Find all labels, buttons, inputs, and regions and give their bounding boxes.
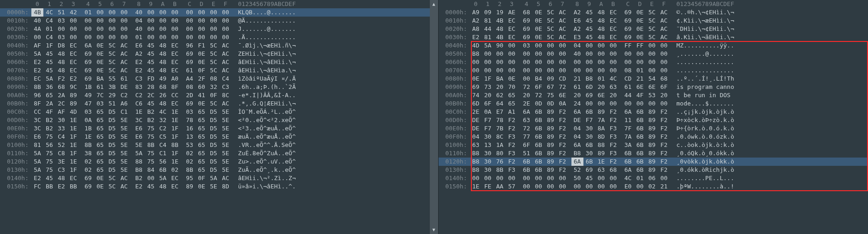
byte[interactable]: E6 bbox=[133, 133, 145, 141]
byte[interactable]: 89 bbox=[67, 91, 79, 99]
byte[interactable]: E3 bbox=[571, 33, 583, 41]
byte[interactable]: 48 bbox=[157, 50, 169, 58]
hex-row[interactable]: 0050h:B8000000000000004000000000000000¸.… bbox=[439, 50, 868, 58]
byte[interactable]: 09 bbox=[545, 75, 557, 83]
scroll-up-icon[interactable]: ▲ bbox=[430, 0, 438, 8]
byte[interactable]: 02 bbox=[82, 158, 94, 166]
byte[interactable]: F1 bbox=[196, 41, 208, 50]
byte[interactable]: 00 bbox=[571, 182, 583, 191]
byte[interactable]: C4 bbox=[43, 17, 55, 25]
byte[interactable]: 00 bbox=[521, 50, 533, 58]
byte[interactable]: 69 bbox=[622, 33, 634, 41]
byte[interactable]: 0A bbox=[82, 116, 94, 124]
byte[interactable]: 64 bbox=[494, 99, 506, 108]
ascii-dump[interactable]: .þªW........à..! bbox=[677, 182, 734, 191]
byte[interactable]: 00 bbox=[157, 17, 169, 25]
byte[interactable]: 7A bbox=[622, 133, 634, 141]
ascii-dump[interactable]: ..º..´.Í!¸.LÍ!Th bbox=[677, 75, 734, 83]
byte[interactable]: 00 bbox=[118, 25, 130, 33]
byte[interactable]: 65 bbox=[94, 141, 106, 149]
byte[interactable]: 3B bbox=[106, 83, 118, 91]
hex-bytes[interactable]: B8000000000000004000000000000000 bbox=[470, 50, 670, 58]
byte[interactable]: 00 bbox=[521, 174, 533, 182]
byte[interactable]: 08 bbox=[622, 66, 634, 75]
byte[interactable]: 88 bbox=[133, 158, 145, 166]
byte[interactable]: 5C bbox=[208, 66, 220, 75]
byte[interactable]: F3 bbox=[506, 149, 518, 158]
ascii-dump[interactable]: Þ÷{òrk.ò.0.ó.k.ò bbox=[677, 124, 734, 133]
ascii-dump[interactable]: æuÄ..eÕ^æuÅ..eÕ^ bbox=[238, 133, 296, 141]
byte[interactable]: AC bbox=[220, 58, 232, 66]
byte[interactable]: 45 bbox=[583, 174, 595, 182]
byte[interactable]: 45 bbox=[145, 182, 157, 191]
hex-row[interactable]: 0100h:63131AF26F6B89F26A6B88F23A6B89F2c.… bbox=[439, 141, 868, 149]
byte[interactable]: 1B bbox=[82, 124, 94, 133]
hex-bytes[interactable]: B8308BF36B6B89F2526963686A6B89F2 bbox=[470, 166, 670, 174]
byte[interactable]: 00 bbox=[208, 25, 220, 33]
byte[interactable]: 5E bbox=[220, 108, 232, 116]
byte[interactable]: 00 bbox=[622, 99, 634, 108]
byte[interactable]: 6A bbox=[571, 141, 583, 149]
byte[interactable]: 45 bbox=[583, 25, 595, 33]
byte[interactable]: 4C bbox=[43, 8, 55, 17]
byte[interactable]: 0F bbox=[196, 174, 208, 182]
byte[interactable]: 20 bbox=[607, 91, 619, 99]
ascii-dump[interactable]: ¯.Øìj.\¬æEHì.ñ\¬ bbox=[238, 41, 296, 50]
byte[interactable]: 8B bbox=[145, 141, 157, 149]
byte[interactable]: 00 bbox=[583, 99, 595, 108]
byte[interactable]: 5C bbox=[106, 174, 118, 182]
byte[interactable]: B8 bbox=[571, 149, 583, 158]
ascii-dump[interactable]: â.Kìi.\¬ãEHìi.\¬ bbox=[677, 33, 734, 41]
byte[interactable]: 00 bbox=[607, 174, 619, 182]
byte[interactable]: 5C bbox=[646, 17, 658, 25]
byte[interactable]: 00 bbox=[521, 66, 533, 75]
byte[interactable]: 89 bbox=[545, 116, 557, 124]
byte[interactable]: E2 bbox=[31, 174, 43, 182]
byte[interactable]: 19 bbox=[494, 8, 506, 17]
byte[interactable]: 00 bbox=[196, 17, 208, 25]
hex-bytes[interactable]: 00C40300000000000100000000000000 bbox=[31, 33, 232, 41]
byte[interactable]: 61 bbox=[622, 83, 634, 91]
left-rows[interactable]: 0000h:4B4C5142010000004000000000000000KL… bbox=[0, 8, 430, 234]
hex-bytes[interactable]: 5A75C31F0265D55EB8846B028B65D55E bbox=[31, 166, 232, 174]
byte[interactable]: 2A bbox=[55, 91, 67, 99]
byte[interactable]: 00 bbox=[622, 50, 634, 58]
byte[interactable]: 4C bbox=[157, 108, 169, 116]
byte[interactable]: 5E bbox=[118, 116, 130, 124]
byte[interactable]: EC bbox=[169, 99, 181, 108]
hex-row[interactable]: 0010h:A2814BEC690E5CACE64548EC690E5CAC¢.… bbox=[439, 17, 868, 25]
byte[interactable]: 00 bbox=[482, 58, 494, 66]
byte[interactable]: 00 bbox=[607, 58, 619, 66]
byte[interactable]: 00 bbox=[106, 25, 118, 33]
byte[interactable]: 00 bbox=[607, 50, 619, 58]
byte[interactable]: 6B bbox=[583, 158, 595, 166]
byte[interactable]: 5E bbox=[118, 158, 130, 166]
byte[interactable]: 89 bbox=[646, 166, 658, 174]
hex-row[interactable]: 0150h:FCBBE2BB690E5CACE24548EC890E5E8Dü»… bbox=[0, 182, 430, 191]
byte[interactable]: F2 bbox=[607, 116, 619, 124]
byte[interactable]: E2 bbox=[133, 58, 145, 66]
byte[interactable]: 00 bbox=[506, 50, 518, 58]
byte[interactable]: F3 bbox=[506, 166, 518, 174]
byte[interactable]: 8A bbox=[595, 124, 607, 133]
byte[interactable]: F3 bbox=[607, 133, 619, 141]
byte[interactable]: 90 bbox=[494, 41, 506, 50]
byte[interactable]: 69 bbox=[521, 17, 533, 25]
ascii-dump[interactable]: ¸0.óQk.ò¸0.ókk.ò bbox=[677, 149, 734, 158]
byte[interactable]: 89 bbox=[595, 108, 607, 116]
byte[interactable]: 32 bbox=[157, 116, 169, 124]
byte[interactable]: 00 bbox=[208, 8, 220, 17]
hex-bytes[interactable]: EC5AF2E269BA5561C3FD49A0A42F08C4 bbox=[31, 75, 232, 83]
byte[interactable]: EC bbox=[31, 75, 43, 83]
byte[interactable]: 69 bbox=[622, 25, 634, 33]
byte[interactable]: 6E bbox=[557, 91, 569, 99]
ascii-dump[interactable]: ZuÈ.8eÕ^ZuÁ..eÕ^ bbox=[238, 149, 296, 158]
byte[interactable]: F2 bbox=[506, 116, 518, 124]
byte[interactable]: 00 bbox=[118, 8, 130, 17]
byte[interactable]: AA bbox=[494, 182, 506, 191]
byte[interactable]: 03 bbox=[184, 108, 196, 116]
ascii-dump[interactable]: ìZòâiºUaÃýI ¤/.Ä bbox=[238, 75, 296, 83]
hex-bytes[interactable]: 63131AF26F6B89F26A6B88F23A6B89F2 bbox=[470, 141, 670, 149]
byte[interactable]: 13 bbox=[482, 141, 494, 149]
byte[interactable]: 01 bbox=[82, 8, 94, 17]
